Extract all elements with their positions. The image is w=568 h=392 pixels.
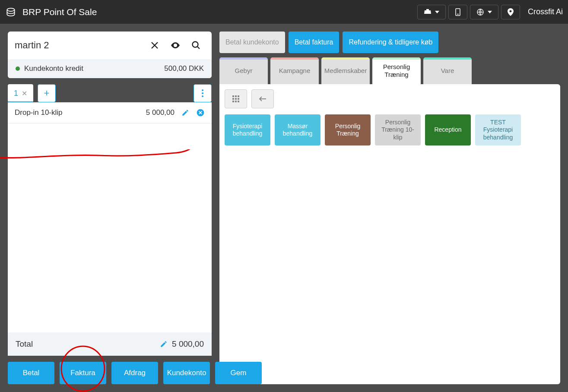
category-tab-vare[interactable]: Vare: [423, 57, 472, 84]
product-personlig[interactable]: Personlig Træning: [325, 114, 371, 145]
location-label: Crossfit Ai: [528, 7, 563, 16]
category-tab-kampagne[interactable]: Kampagne: [270, 57, 319, 84]
back-button[interactable]: [251, 89, 274, 108]
installment-button[interactable]: Afdrag: [111, 362, 158, 384]
chevron-down-icon: [488, 11, 492, 13]
app-logo-icon: [5, 6, 16, 18]
top-bar: BRP Point Of Sale Crossfit Ai: [0, 0, 568, 24]
svg-rect-1: [426, 9, 429, 10]
cart-total-value: 5 000,00: [172, 339, 204, 349]
app-title: BRP Point Of Sale: [22, 7, 97, 17]
product-test[interactable]: TEST Fysioterapi behandling: [475, 114, 521, 145]
svg-rect-14: [238, 95, 239, 97]
status-dot-icon: [16, 66, 20, 71]
clear-search-button[interactable]: [146, 37, 163, 54]
invoice-button[interactable]: Faktura: [60, 362, 106, 384]
edit-total-button[interactable]: [160, 340, 168, 348]
product-pt10[interactable]: Personlig Træning 10-klip: [375, 114, 421, 145]
arrow-left-icon: [258, 96, 267, 102]
location-pin-icon: [508, 8, 514, 16]
svg-point-7: [202, 89, 203, 91]
location-button[interactable]: [501, 5, 520, 19]
svg-rect-12: [232, 95, 234, 97]
close-tab-icon[interactable]: ✕: [22, 89, 27, 98]
cart-line-price: 5 000,00: [146, 108, 175, 117]
printer-icon: [424, 9, 432, 15]
svg-point-6: [193, 42, 198, 47]
customer-credit-row: Kundekonto kredit 500,00 DKK: [8, 59, 212, 78]
edit-line-button[interactable]: [181, 109, 189, 117]
cart-line-item: Drop-in 10-klip 5 000,00: [8, 102, 212, 123]
product-massor[interactable]: Massør behandling: [275, 114, 320, 145]
pay-invoice-button[interactable]: Betal faktura: [289, 32, 340, 53]
svg-rect-17: [238, 98, 239, 100]
credit-amount: 500,00 DKK: [164, 64, 204, 73]
category-tab-gebyr[interactable]: Gebyr: [219, 57, 268, 84]
cart-total-row: Total 5 000,00: [8, 332, 212, 356]
svg-rect-18: [232, 101, 234, 102]
search-icon: [191, 40, 201, 51]
annotation-scribble: [0, 149, 215, 167]
product-fysioterapi[interactable]: Fysioterapi behandling: [225, 114, 270, 145]
globe-icon: [476, 8, 484, 16]
product-reception[interactable]: Reception: [425, 114, 471, 145]
svg-point-8: [202, 92, 203, 94]
cart-tab-1[interactable]: 1 ✕: [8, 84, 33, 102]
cart-total-label: Total: [16, 339, 33, 349]
cart-tab-number: 1: [14, 89, 18, 98]
svg-point-5: [175, 44, 176, 46]
cart-menu-button[interactable]: [194, 84, 212, 102]
add-cart-tab-button[interactable]: +: [38, 84, 56, 102]
refund-button[interactable]: Refundering & tidligere køb: [343, 32, 438, 53]
receipt-icon: [455, 8, 461, 16]
credit-label: Kundekonto kredit: [24, 64, 83, 73]
search-button[interactable]: [187, 37, 205, 54]
customer-account-button[interactable]: Kundekonto: [163, 362, 210, 384]
svg-rect-20: [238, 101, 239, 102]
close-icon: [149, 40, 160, 51]
category-tab-medlemskaber[interactable]: Medlemskaber: [321, 57, 370, 84]
view-customer-button[interactable]: [167, 37, 184, 54]
pay-account-button: Betal kundekonto: [219, 32, 285, 53]
svg-point-0: [7, 8, 14, 11]
svg-rect-2: [456, 9, 460, 16]
svg-rect-19: [235, 101, 237, 102]
product-area: Fysioterapi behandling Massør behandling…: [219, 84, 560, 384]
dots-vertical-icon: [202, 89, 203, 97]
svg-rect-3: [457, 14, 459, 15]
remove-line-button[interactable]: [196, 108, 205, 117]
svg-rect-15: [232, 98, 234, 100]
cash-register-button[interactable]: [417, 5, 446, 19]
save-button[interactable]: Gem: [215, 362, 262, 384]
svg-point-9: [202, 95, 203, 97]
cart-body: Drop-in 10-klip 5 000,00 Total: [8, 102, 212, 356]
customer-search-card: Kundekonto kredit 500,00 DKK: [8, 32, 212, 78]
plus-icon: +: [44, 88, 50, 99]
category-tab-personlig[interactable]: Personlig Træning: [372, 57, 421, 84]
receipt-button[interactable]: [448, 5, 467, 19]
grid-view-button[interactable]: [225, 89, 247, 108]
cart-line-name: Drop-in 10-klip: [15, 108, 63, 117]
customer-search-input[interactable]: [15, 40, 143, 51]
settings-button[interactable]: [470, 5, 498, 19]
svg-rect-16: [235, 98, 237, 100]
pay-button[interactable]: Betal: [8, 362, 54, 384]
svg-rect-13: [235, 95, 237, 97]
chevron-down-icon: [435, 11, 439, 13]
eye-icon: [170, 40, 181, 51]
grid-icon: [232, 95, 240, 103]
